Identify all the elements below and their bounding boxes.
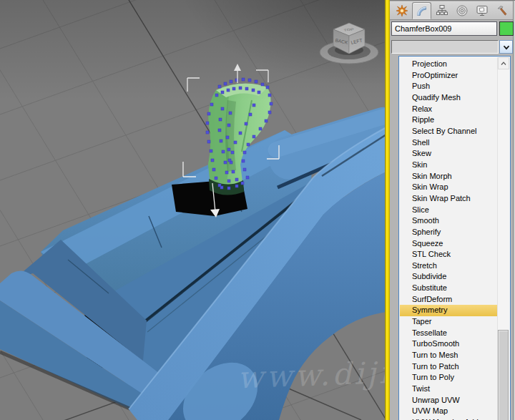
hammer-icon xyxy=(496,4,509,17)
scene-svg: TOP BACK LEFT xyxy=(0,0,386,420)
modifier-item-push[interactable]: Push xyxy=(400,81,497,92)
modifier-item-skin-wrap-patch[interactable]: Skin Wrap Patch xyxy=(400,193,497,205)
tab-create[interactable] xyxy=(392,2,411,19)
modifier-item-quadify-mesh[interactable]: Quadify Mesh xyxy=(400,92,497,104)
modifier-item-ripple[interactable]: Ripple xyxy=(400,114,497,126)
modifier-item-slice[interactable]: Slice xyxy=(400,205,497,216)
node-tree-icon xyxy=(436,4,448,17)
object-color-swatch[interactable] xyxy=(499,21,514,36)
modifier-item-twist[interactable]: Twist xyxy=(400,384,497,395)
tab-display[interactable] xyxy=(472,2,491,19)
modifier-list-combobox[interactable] xyxy=(391,40,499,54)
modifier-item-symmetry[interactable]: Symmetry xyxy=(400,305,497,316)
modifier-item-subdivide[interactable]: Subdivide xyxy=(400,271,497,283)
starburst-create-icon xyxy=(396,4,408,17)
scrollbar-up-button[interactable] xyxy=(498,57,509,69)
modifier-item-select-by-channel[interactable]: Select By Channel xyxy=(400,126,497,137)
modifier-item-tessellate[interactable]: Tessellate xyxy=(400,328,497,339)
modifier-item-projection[interactable]: Projection xyxy=(400,59,497,70)
modifier-item-skin-morph[interactable]: Skin Morph xyxy=(400,171,497,182)
modifier-item-uvw-mapping-add[interactable]: UVW Mapping Add xyxy=(400,417,497,420)
sofa[interactable] xyxy=(0,102,386,420)
tab-utilities[interactable] xyxy=(492,2,511,19)
viewport-active-border xyxy=(385,0,390,420)
tab-hierarchy[interactable] xyxy=(432,2,451,19)
combobox-dropdown-button[interactable] xyxy=(499,40,513,54)
viewcube[interactable]: TOP BACK LEFT xyxy=(320,23,378,64)
chevron-down-icon xyxy=(501,42,511,52)
modifier-item-stretch[interactable]: Stretch xyxy=(400,260,497,272)
modifier-item-skew[interactable]: Skew xyxy=(400,148,497,160)
modifier-item-prooptimizer[interactable]: ProOptimizer xyxy=(400,70,497,82)
modifier-item-uvw-map[interactable]: UVW Map xyxy=(400,406,497,417)
modifier-item-taper[interactable]: Taper xyxy=(400,316,497,328)
modifier-item-shell[interactable]: Shell xyxy=(400,137,497,149)
modifier-item-substitute[interactable]: Substitute xyxy=(400,283,497,294)
modifier-item-relax[interactable]: Relax xyxy=(400,104,497,115)
command-panel: ProjectionProOptimizerPushQuadify MeshRe… xyxy=(390,0,515,420)
modifier-item-turn-to-mesh[interactable]: Turn to Mesh xyxy=(400,350,497,361)
tab-motion[interactable] xyxy=(452,2,471,19)
concentric-rings-icon xyxy=(456,4,469,17)
modifier-item-smooth[interactable]: Smooth xyxy=(400,215,497,227)
modifier-item-skin[interactable]: Skin xyxy=(400,160,497,171)
modifier-combo-row xyxy=(391,40,514,54)
modifier-item-turn-to-patch[interactable]: Turn to Patch xyxy=(400,361,497,373)
modifier-item-unwrap-uvw[interactable]: Unwrap UVW xyxy=(400,395,497,406)
modifier-dropdown-list: ProjectionProOptimizerPushQuadify MeshRe… xyxy=(398,56,511,420)
dropdown-scrollbar xyxy=(497,57,509,420)
modifier-item-squeeze[interactable]: Squeeze xyxy=(400,238,497,250)
viewport[interactable]: TOP BACK LEFT www.dijitald xyxy=(0,0,386,420)
modifier-list: ProjectionProOptimizerPushQuadify MeshRe… xyxy=(400,57,497,420)
object-name-input[interactable] xyxy=(391,21,497,36)
command-panel-tabs xyxy=(390,1,513,20)
bend-arc-modify-icon xyxy=(416,4,428,17)
modifier-item-turn-to-poly[interactable]: Turn to Poly xyxy=(400,372,497,384)
modifier-item-stl-check[interactable]: STL Check xyxy=(400,249,497,260)
monitor-icon xyxy=(476,4,489,17)
scrollbar-thumb[interactable] xyxy=(498,330,509,420)
modifier-item-surfdeform[interactable]: SurfDeform xyxy=(400,294,497,306)
modifier-item-spherify[interactable]: Spherify xyxy=(400,227,497,238)
modifier-item-skin-wrap[interactable]: Skin Wrap xyxy=(400,182,497,193)
tab-modify[interactable] xyxy=(412,2,431,19)
object-name-row xyxy=(391,21,514,36)
modifier-item-turbosmooth[interactable]: TurboSmooth xyxy=(400,338,497,350)
3dsmax-window: TOP BACK LEFT www.dijitald xyxy=(0,0,515,420)
chevron-up-icon xyxy=(499,59,508,68)
